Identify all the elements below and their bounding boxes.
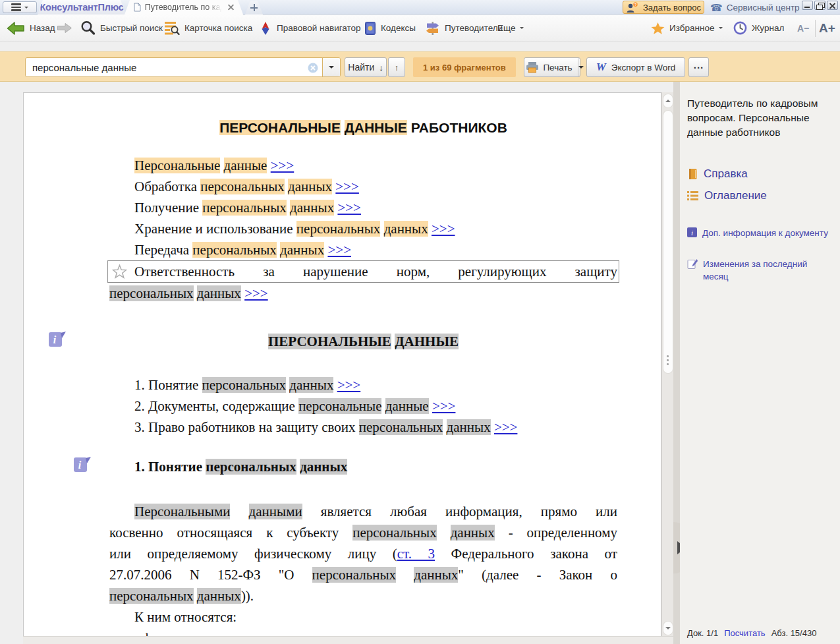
doc-jump-link[interactable]: ст. 3 bbox=[397, 546, 435, 562]
print-options-dropdown[interactable] bbox=[578, 58, 584, 76]
highlighted-text: данных bbox=[290, 200, 334, 216]
highlighted-text: персональных bbox=[109, 588, 194, 604]
restore-button[interactable] bbox=[814, 1, 826, 10]
highlighted-text: персональных bbox=[352, 525, 437, 541]
legal-navigator-icon bbox=[259, 21, 272, 36]
doc-line: Обработка персональных данных >>> bbox=[109, 176, 617, 197]
minimize-button[interactable] bbox=[802, 1, 813, 10]
highlighted-text: данных bbox=[384, 221, 428, 237]
back-button[interactable]: Назад bbox=[7, 15, 55, 42]
tab-consultantplus-home[interactable]: КонсультантПлюс bbox=[38, 0, 126, 15]
main-toolbar: Назад Быстрый поиск Карточка поиска Прав… bbox=[0, 15, 840, 42]
font-larger-button[interactable]: А+ bbox=[819, 15, 835, 42]
doc-jump-link[interactable]: >>> bbox=[494, 419, 518, 435]
guides-label: Путеводители bbox=[445, 23, 503, 33]
doc-text: косвенно относящаяся к субъекту bbox=[109, 525, 352, 541]
doc-jump-link[interactable]: >>> bbox=[244, 285, 268, 301]
vertical-scrollbar[interactable] bbox=[661, 92, 673, 644]
svg-text:i: i bbox=[53, 334, 57, 345]
chevron-down-icon bbox=[329, 66, 334, 71]
document-content[interactable]: ПЕРСОНАЛЬНЫЕ ДАННЫЕ РАБОТНИКОВПерсональн… bbox=[24, 93, 661, 644]
forward-button[interactable] bbox=[57, 15, 72, 42]
codes-label: Кодексы bbox=[381, 23, 416, 33]
find-previous-button[interactable]: ↑ bbox=[388, 57, 405, 77]
export-word-button[interactable]: W Экспорт в Word bbox=[586, 57, 685, 77]
ask-question-icon: ? bbox=[626, 2, 639, 13]
quick-search-label: Быстрый поиск bbox=[100, 23, 163, 33]
bookmark-star-icon[interactable] bbox=[87, 264, 127, 285]
doc-text: или определяемому физическому лицу ( bbox=[109, 546, 397, 562]
hamburger-icon bbox=[11, 3, 21, 11]
highlighted-text: персональные bbox=[298, 398, 381, 414]
more-actions-button[interactable]: ... bbox=[688, 57, 709, 77]
scrollbar-thumb[interactable] bbox=[663, 111, 673, 373]
highlighted-text: персональных bbox=[312, 567, 397, 583]
doc-jump-link[interactable]: >>> bbox=[271, 158, 294, 173]
forward-arrow-icon bbox=[57, 22, 72, 34]
highlighted-text: данных bbox=[197, 588, 241, 604]
clear-search-icon[interactable] bbox=[308, 63, 318, 76]
font-smaller-button[interactable]: А− bbox=[797, 15, 809, 42]
doc-text: Обработка bbox=[134, 179, 200, 194]
info-icon: i bbox=[687, 227, 697, 241]
search-card-button[interactable]: Карточка поиска bbox=[165, 15, 252, 42]
doc-text: " (далее - Закон о bbox=[458, 567, 617, 583]
journal-button[interactable]: Журнал bbox=[733, 15, 784, 42]
ask-question-button[interactable]: ? Задать вопрос bbox=[623, 1, 704, 14]
main-menu-button[interactable] bbox=[3, 1, 37, 13]
doc-text: является любая информация, прямо или bbox=[302, 504, 617, 519]
doc-current-line: Ответственность за нарушение норм, регул… bbox=[107, 260, 619, 283]
edit-document-icon bbox=[687, 258, 698, 283]
highlighted-text: персональных bbox=[206, 459, 296, 475]
search-history-dropdown[interactable] bbox=[322, 58, 340, 76]
info-marker-icon[interactable]: i bbox=[48, 456, 91, 477]
service-center-link[interactable]: ☎ Сервисный центр bbox=[710, 1, 800, 13]
highlighted-text: данных bbox=[447, 419, 491, 435]
sidebar-link-toc[interactable]: Оглавление bbox=[687, 189, 767, 202]
highlighted-text: ДАННЫЕ bbox=[345, 120, 407, 135]
guides-button[interactable]: Путеводители bbox=[425, 15, 503, 42]
window-controls bbox=[802, 1, 838, 10]
doc-jump-link[interactable]: >>> bbox=[432, 221, 455, 237]
find-next-button[interactable]: Найти ↓ bbox=[345, 57, 387, 77]
ellipsis-icon: ... bbox=[694, 59, 704, 71]
arrow-down-icon bbox=[665, 627, 671, 632]
highlighted-text: ДАННЫЕ bbox=[395, 334, 459, 349]
info-marker-icon[interactable]: i bbox=[48, 331, 66, 352]
sidebar-link-recent-changes[interactable]: Изменения за последний месяц bbox=[687, 258, 831, 283]
doc-line: 1. Понятие персональных данных >>> bbox=[109, 374, 617, 395]
fragments-count: 1 из 69 фрагментов bbox=[423, 63, 506, 73]
recent-changes-label: Изменения за последний месяц bbox=[703, 258, 831, 283]
doc-jump-link[interactable]: >>> bbox=[327, 242, 351, 258]
doc-jump-link[interactable]: >>> bbox=[337, 200, 361, 216]
doc-text: )). bbox=[241, 588, 254, 604]
quick-search-button[interactable]: Быстрый поиск bbox=[80, 15, 163, 42]
extra-info-label: Доп. информация к документу bbox=[702, 227, 828, 241]
new-tab-button[interactable] bbox=[245, 1, 263, 15]
doc-line: ПЕРСОНАЛЬНЫЕ ДАННЫЕ РАБОТНИКОВ bbox=[109, 119, 617, 136]
legal-navigator-button[interactable]: Правовой навигатор bbox=[259, 15, 361, 42]
sidebar-link-extra-info[interactable]: i Доп. информация к документу bbox=[687, 227, 831, 241]
more-menu-button[interactable]: Еще bbox=[497, 15, 524, 42]
word-icon: W bbox=[596, 61, 606, 74]
highlighted-text: данные bbox=[224, 158, 267, 173]
favorites-button[interactable]: Избранное bbox=[651, 15, 723, 42]
doc-text: Ответственность за нарушение норм, регул… bbox=[134, 264, 617, 279]
doc-jump-link[interactable]: >>> bbox=[432, 398, 456, 414]
close-tab-icon[interactable] bbox=[228, 5, 234, 11]
scroll-up-button[interactable] bbox=[663, 94, 673, 107]
signpost-icon bbox=[425, 21, 440, 36]
search-input[interactable] bbox=[26, 58, 322, 76]
count-link[interactable]: Посчитать bbox=[724, 628, 765, 638]
doc-jump-link[interactable]: >>> bbox=[335, 179, 359, 194]
doc-text: 1. Понятие bbox=[134, 377, 202, 393]
doc-line: или определяемому физическому лицу (ст. … bbox=[109, 543, 617, 564]
scroll-down-button[interactable] bbox=[663, 622, 673, 635]
sidebar-link-help[interactable]: Справка bbox=[687, 167, 748, 181]
codes-button[interactable]: Кодексы bbox=[364, 15, 416, 42]
print-button[interactable]: Печать bbox=[520, 58, 577, 76]
tab-document[interactable]: Путеводитель по кадровы bbox=[125, 0, 243, 15]
doc-line: 1. Понятие персональных данныхi bbox=[109, 458, 617, 475]
close-button[interactable] bbox=[827, 1, 838, 10]
doc-jump-link[interactable]: >>> bbox=[337, 377, 361, 393]
